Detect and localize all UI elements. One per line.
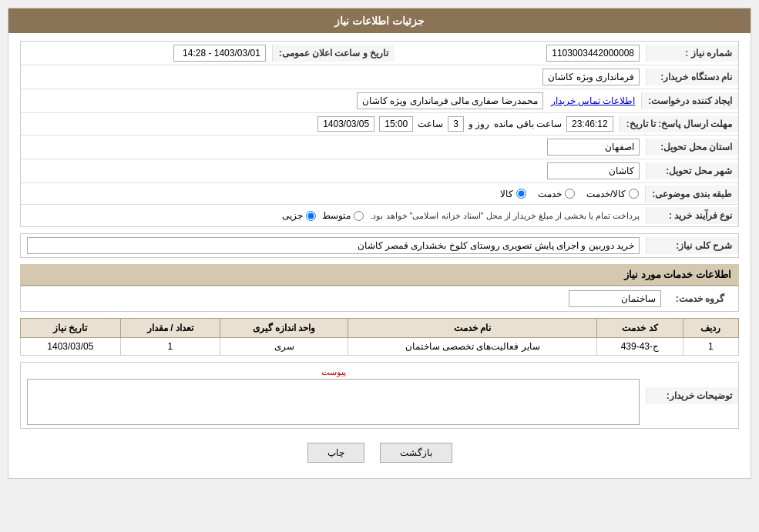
buyer-notes-row: توضیحات خریدار: پیوست <box>21 363 738 428</box>
description-section: شرح کلی نیاز: خرید دوربین و اجرای پایش ت… <box>20 233 739 258</box>
days-label: روز و <box>468 119 489 129</box>
cell-date: 1403/03/05 <box>21 338 121 356</box>
city-value: کاشان <box>547 162 640 179</box>
purchase-minor-label: جزیی <box>282 210 303 221</box>
requester-label: ایجاد کننده درخواست: <box>641 92 738 109</box>
print-button[interactable]: چاپ <box>307 443 364 463</box>
city-row: شهر محل تحویل: کاشان <box>21 159 738 183</box>
deadline-value-cell: 23:46:12 ساعت باقی مانده روز و 3 ساعت 15… <box>21 113 620 135</box>
subject-khidmat-label: خدمت <box>538 189 562 199</box>
need-number-value-cell: 1103003442000008 <box>395 42 646 65</box>
remaining-label: ساعت باقی مانده <box>494 119 562 129</box>
subject-row: طبقه بندی موضوعی: کالا/خدمت خدمت <box>21 183 738 205</box>
buyer-notes-label: توضیحات خریدار: <box>646 387 738 404</box>
purchase-type-value-cell: پرداخت تمام یا بخشی از مبلغ خریدار از مح… <box>21 207 646 224</box>
buyer-notes-area <box>27 379 640 425</box>
subject-radio-khidmat[interactable] <box>565 189 575 199</box>
col-date: تاریخ نیاز <box>21 319 121 338</box>
main-info-section: شماره نیاز : 1103003442000008 تاریخ و سا… <box>20 41 739 227</box>
service-table: ردیف کد خدمت نام خدمت واحد اندازه گیری ت… <box>20 318 739 356</box>
service-info-header: اطلاعات خدمات مورد نیاز <box>20 264 739 286</box>
description-value-cell: خرید دوربین و اجرای پایش تصویری روستای ک… <box>21 234 646 257</box>
subject-khidmat[interactable]: خدمت <box>538 189 575 199</box>
table-body: 1 ج-43-439 سایر فعالیت‌های تخصصی ساختمان… <box>21 338 739 356</box>
purchase-type-label: نوع فرآیند خرید : <box>646 207 738 224</box>
cell-row-num: 1 <box>683 338 738 356</box>
description-value: خرید دوربین و اجرای پایش تصویری روستای ک… <box>27 237 640 254</box>
page-container: جزئیات اطلاعات نیاز شماره نیاز : 1103003… <box>8 8 751 479</box>
announcement-date-value-cell: 1403/03/01 - 14:28 <box>21 42 272 65</box>
contact-info-link[interactable]: اطلاعات تماس خریدار <box>551 95 636 106</box>
service-group-label: گروه خدمت: <box>661 290 730 307</box>
time-value: 15:00 <box>379 116 413 132</box>
announcement-date-value: 1403/03/01 - 14:28 <box>173 45 266 62</box>
province-label: استان محل تحویل: <box>646 139 738 156</box>
service-table-section: ردیف کد خدمت نام خدمت واحد اندازه گیری ت… <box>20 318 739 356</box>
subject-kala-khidmat[interactable]: کالا/خدمت <box>586 189 639 199</box>
attachment-label: پیوست <box>27 366 640 379</box>
buyer-notes-value-cell: پیوست <box>21 363 646 428</box>
purchase-medium-label: متوسط <box>322 210 351 221</box>
service-group-row: گروه خدمت: ساختمان <box>21 286 738 311</box>
need-number-value: 1103003442000008 <box>546 45 640 62</box>
city-label: شهر محل تحویل: <box>646 162 738 179</box>
buyer-notes-section: توضیحات خریدار: پیوست <box>20 362 739 429</box>
subject-label: طبقه بندی موضوعی: <box>645 186 738 202</box>
cell-service-code: ج-43-439 <box>597 338 683 356</box>
deadline-label: مهلت ارسال پاسخ: تا تاریخ: <box>620 115 738 132</box>
purchase-minor[interactable]: جزیی <box>282 210 316 221</box>
col-service-code: کد خدمت <box>597 319 683 338</box>
city-value-cell: کاشان <box>21 159 646 182</box>
cell-unit: سری <box>220 338 348 356</box>
cell-quantity: 1 <box>120 338 220 356</box>
service-group-section: گروه خدمت: ساختمان <box>20 286 739 312</box>
col-service-name: نام خدمت <box>348 319 597 338</box>
time-label: ساعت <box>418 119 443 129</box>
subject-kala-khidmat-label: کالا/خدمت <box>586 189 626 199</box>
announcement-date-label: تاریخ و ساعت اعلان عمومی: <box>272 45 395 62</box>
purchase-type-group: پرداخت تمام یا بخشی از مبلغ خریدار از مح… <box>27 210 640 221</box>
subject-radio-kala[interactable] <box>516 189 526 199</box>
requester-value-cell: اطلاعات تماس خریدار محمدرضا صفاری مالی ف… <box>21 89 641 112</box>
requester-value: محمدرضا صفاری مالی فرمانداری ویژه کاشان <box>357 92 543 109</box>
col-unit: واحد اندازه گیری <box>220 319 348 338</box>
date-time-group: 23:46:12 ساعت باقی مانده روز و 3 ساعت 15… <box>27 116 613 132</box>
table-row: 1 ج-43-439 سایر فعالیت‌های تخصصی ساختمان… <box>21 338 739 356</box>
col-quantity: تعداد / مقدار <box>120 319 220 338</box>
subject-value-cell: کالا/خدمت خدمت کالا <box>21 186 645 202</box>
table-head: ردیف کد خدمت نام خدمت واحد اندازه گیری ت… <box>21 319 739 338</box>
content-area: شماره نیاز : 1103003442000008 تاریخ و سا… <box>8 33 751 478</box>
purchase-note: پرداخت تمام یا بخشی از مبلغ خریدار از مح… <box>370 211 640 221</box>
buyer-org-value: فرمانداری ویژه کاشان <box>542 69 640 85</box>
purchase-medium[interactable]: متوسط <box>322 210 364 221</box>
back-button[interactable]: بازگشت <box>380 443 452 463</box>
col-row-num: ردیف <box>683 319 738 338</box>
buyer-org-value-cell: فرمانداری ویژه کاشان <box>21 65 646 89</box>
description-row: شرح کلی نیاز: خرید دوربین و اجرای پایش ت… <box>21 234 738 257</box>
need-number-row: شماره نیاز : 1103003442000008 تاریخ و سا… <box>21 42 738 65</box>
need-number-label: شماره نیاز : <box>646 45 738 62</box>
province-value: اصفهان <box>547 139 640 156</box>
buyer-org-label: نام دستگاه خریدار: <box>646 69 738 85</box>
subject-kala-label: کالا <box>500 189 513 199</box>
description-label: شرح کلی نیاز: <box>646 237 738 254</box>
days-value: 3 <box>448 116 464 132</box>
table-header-row: ردیف کد خدمت نام خدمت واحد اندازه گیری ت… <box>21 319 739 338</box>
purchase-radio-minor[interactable] <box>306 211 316 221</box>
purchase-type-row: نوع فرآیند خرید : پرداخت تمام یا بخشی از… <box>21 205 738 226</box>
province-value-cell: اصفهان <box>21 136 646 159</box>
button-row: بازگشت چاپ <box>20 435 739 470</box>
cell-service-name: سایر فعالیت‌های تخصصی ساختمان <box>348 338 597 356</box>
page-title: جزئیات اطلاعات نیاز <box>8 8 751 33</box>
subject-kala[interactable]: کالا <box>500 189 526 199</box>
province-row: استان محل تحویل: اصفهان <box>21 136 738 159</box>
date-value: 1403/03/05 <box>317 116 374 132</box>
subject-radio-kala-khidmat[interactable] <box>629 189 639 199</box>
service-group-value: ساختمان <box>569 290 661 307</box>
requester-row: ایجاد کننده درخواست: اطلاعات تماس خریدار… <box>21 89 738 113</box>
deadline-row: مهلت ارسال پاسخ: تا تاریخ: 23:46:12 ساعت… <box>21 113 738 136</box>
subject-radio-group: کالا/خدمت خدمت کالا <box>27 189 639 199</box>
buyer-org-row: نام دستگاه خریدار: فرمانداری ویژه کاشان <box>21 65 738 89</box>
purchase-radio-medium[interactable] <box>354 211 364 221</box>
remaining-value: 23:46:12 <box>566 116 613 132</box>
